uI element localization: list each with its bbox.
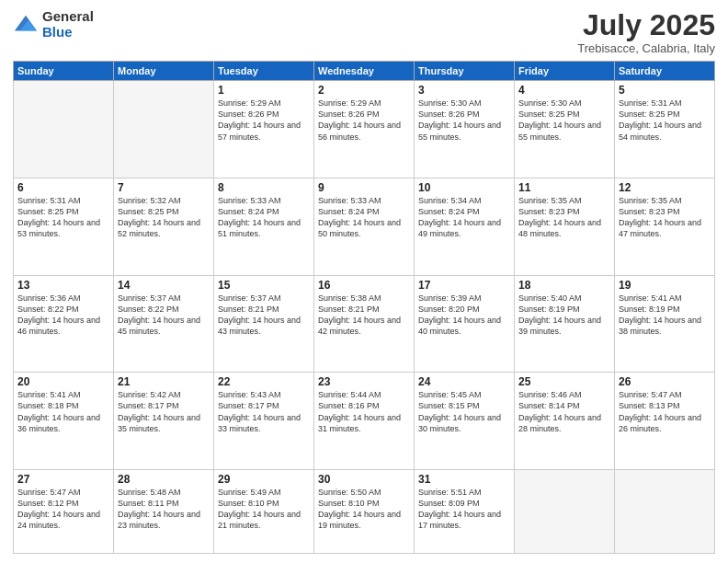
day-info: Sunrise: 5:45 AMSunset: 8:15 PMDaylight:… bbox=[418, 390, 501, 432]
day-header-sunday: Sunday bbox=[14, 62, 114, 81]
day-info: Sunrise: 5:41 AMSunset: 8:18 PMDaylight:… bbox=[17, 390, 100, 432]
calendar-week-5: 27 Sunrise: 5:47 AMSunset: 8:12 PMDaylig… bbox=[14, 470, 715, 554]
day-number: 9 bbox=[318, 181, 410, 194]
day-info: Sunrise: 5:32 AMSunset: 8:25 PMDaylight:… bbox=[118, 196, 200, 238]
day-number: 4 bbox=[518, 84, 610, 97]
calendar-cell: 5 Sunrise: 5:31 AMSunset: 8:25 PMDayligh… bbox=[615, 81, 715, 178]
calendar-cell: 20 Sunrise: 5:41 AMSunset: 8:18 PMDaylig… bbox=[14, 373, 114, 470]
day-info: Sunrise: 5:49 AMSunset: 8:10 PMDaylight:… bbox=[218, 488, 301, 530]
day-info: Sunrise: 5:37 AMSunset: 8:22 PMDaylight:… bbox=[118, 293, 200, 336]
logo-general: General bbox=[42, 9, 94, 25]
calendar-cell: 18 Sunrise: 5:40 AMSunset: 8:19 PMDaylig… bbox=[515, 275, 615, 373]
calendar-cell: 16 Sunrise: 5:38 AMSunset: 8:21 PMDaylig… bbox=[314, 275, 415, 373]
day-number: 15 bbox=[218, 279, 310, 292]
day-number: 27 bbox=[17, 473, 109, 486]
day-info: Sunrise: 5:35 AMSunset: 8:23 PMDaylight:… bbox=[518, 196, 601, 238]
month-title: July 2025 bbox=[577, 9, 715, 41]
logo: General Blue bbox=[13, 9, 94, 40]
day-number: 26 bbox=[619, 375, 711, 388]
day-number: 17 bbox=[418, 279, 510, 292]
day-info: Sunrise: 5:30 AMSunset: 8:25 PMDaylight:… bbox=[518, 98, 601, 141]
day-info: Sunrise: 5:50 AMSunset: 8:10 PMDaylight:… bbox=[318, 488, 401, 530]
day-info: Sunrise: 5:34 AMSunset: 8:24 PMDaylight:… bbox=[418, 196, 501, 238]
calendar-cell: 30 Sunrise: 5:50 AMSunset: 8:10 PMDaylig… bbox=[314, 470, 415, 554]
day-info: Sunrise: 5:48 AMSunset: 8:11 PMDaylight:… bbox=[118, 488, 200, 530]
day-number: 23 bbox=[318, 375, 410, 388]
day-header-saturday: Saturday bbox=[615, 62, 715, 81]
day-number: 3 bbox=[418, 84, 510, 97]
day-info: Sunrise: 5:29 AMSunset: 8:26 PMDaylight:… bbox=[218, 98, 301, 141]
day-info: Sunrise: 5:37 AMSunset: 8:21 PMDaylight:… bbox=[218, 293, 301, 336]
day-number: 10 bbox=[418, 181, 510, 194]
day-number: 5 bbox=[619, 84, 711, 97]
calendar-cell bbox=[615, 470, 715, 554]
day-number: 13 bbox=[17, 279, 109, 292]
calendar-cell bbox=[515, 470, 615, 554]
day-info: Sunrise: 5:43 AMSunset: 8:17 PMDaylight:… bbox=[218, 390, 301, 432]
calendar-cell: 12 Sunrise: 5:35 AMSunset: 8:23 PMDaylig… bbox=[615, 178, 715, 275]
calendar-cell: 17 Sunrise: 5:39 AMSunset: 8:20 PMDaylig… bbox=[415, 275, 515, 373]
calendar-cell: 14 Sunrise: 5:37 AMSunset: 8:22 PMDaylig… bbox=[114, 275, 214, 373]
day-number: 6 bbox=[17, 181, 109, 194]
title-block: July 2025 Trebisacce, Calabria, Italy bbox=[577, 9, 715, 55]
day-number: 20 bbox=[17, 375, 109, 388]
day-header-friday: Friday bbox=[515, 62, 615, 81]
day-info: Sunrise: 5:51 AMSunset: 8:09 PMDaylight:… bbox=[418, 488, 501, 530]
day-info: Sunrise: 5:33 AMSunset: 8:24 PMDaylight:… bbox=[218, 196, 301, 238]
calendar-cell: 6 Sunrise: 5:31 AMSunset: 8:25 PMDayligh… bbox=[14, 178, 114, 275]
day-info: Sunrise: 5:36 AMSunset: 8:22 PMDaylight:… bbox=[17, 293, 100, 336]
calendar-cell: 23 Sunrise: 5:44 AMSunset: 8:16 PMDaylig… bbox=[314, 373, 415, 470]
day-number: 19 bbox=[619, 279, 711, 292]
day-number: 28 bbox=[118, 473, 210, 486]
calendar-cell: 11 Sunrise: 5:35 AMSunset: 8:23 PMDaylig… bbox=[515, 178, 615, 275]
calendar-cell: 24 Sunrise: 5:45 AMSunset: 8:15 PMDaylig… bbox=[415, 373, 515, 470]
day-number: 22 bbox=[218, 375, 310, 388]
calendar-cell: 4 Sunrise: 5:30 AMSunset: 8:25 PMDayligh… bbox=[515, 81, 615, 178]
day-number: 31 bbox=[418, 473, 510, 486]
calendar-cell: 19 Sunrise: 5:41 AMSunset: 8:19 PMDaylig… bbox=[615, 275, 715, 373]
calendar-week-4: 20 Sunrise: 5:41 AMSunset: 8:18 PMDaylig… bbox=[14, 373, 715, 470]
day-info: Sunrise: 5:38 AMSunset: 8:21 PMDaylight:… bbox=[318, 293, 401, 336]
calendar-cell: 2 Sunrise: 5:29 AMSunset: 8:26 PMDayligh… bbox=[314, 81, 415, 178]
day-header-tuesday: Tuesday bbox=[214, 62, 314, 81]
calendar-header-row: SundayMondayTuesdayWednesdayThursdayFrid… bbox=[14, 62, 715, 81]
calendar-cell bbox=[14, 81, 114, 178]
day-info: Sunrise: 5:47 AMSunset: 8:13 PMDaylight:… bbox=[619, 390, 701, 432]
day-info: Sunrise: 5:47 AMSunset: 8:12 PMDaylight:… bbox=[17, 488, 100, 530]
day-info: Sunrise: 5:41 AMSunset: 8:19 PMDaylight:… bbox=[619, 293, 701, 336]
day-number: 16 bbox=[318, 279, 410, 292]
calendar-cell: 15 Sunrise: 5:37 AMSunset: 8:21 PMDaylig… bbox=[214, 275, 314, 373]
day-info: Sunrise: 5:29 AMSunset: 8:26 PMDaylight:… bbox=[318, 98, 401, 141]
location: Trebisacce, Calabria, Italy bbox=[577, 41, 715, 55]
calendar-cell: 26 Sunrise: 5:47 AMSunset: 8:13 PMDaylig… bbox=[615, 373, 715, 470]
calendar-cell: 7 Sunrise: 5:32 AMSunset: 8:25 PMDayligh… bbox=[114, 178, 214, 275]
calendar-cell: 10 Sunrise: 5:34 AMSunset: 8:24 PMDaylig… bbox=[415, 178, 515, 275]
calendar-cell: 8 Sunrise: 5:33 AMSunset: 8:24 PMDayligh… bbox=[214, 178, 314, 275]
day-number: 7 bbox=[118, 181, 210, 194]
calendar-cell: 1 Sunrise: 5:29 AMSunset: 8:26 PMDayligh… bbox=[214, 81, 314, 178]
day-number: 11 bbox=[518, 181, 610, 194]
day-number: 21 bbox=[118, 375, 210, 388]
day-info: Sunrise: 5:44 AMSunset: 8:16 PMDaylight:… bbox=[318, 390, 401, 432]
calendar-cell: 22 Sunrise: 5:43 AMSunset: 8:17 PMDaylig… bbox=[214, 373, 314, 470]
day-info: Sunrise: 5:31 AMSunset: 8:25 PMDaylight:… bbox=[619, 98, 701, 141]
calendar-week-1: 1 Sunrise: 5:29 AMSunset: 8:26 PMDayligh… bbox=[14, 81, 715, 178]
calendar-cell: 29 Sunrise: 5:49 AMSunset: 8:10 PMDaylig… bbox=[214, 470, 314, 554]
day-number: 29 bbox=[218, 473, 310, 486]
calendar-cell: 9 Sunrise: 5:33 AMSunset: 8:24 PMDayligh… bbox=[314, 178, 415, 275]
calendar-cell: 31 Sunrise: 5:51 AMSunset: 8:09 PMDaylig… bbox=[415, 470, 515, 554]
day-number: 18 bbox=[518, 279, 610, 292]
calendar-cell: 28 Sunrise: 5:48 AMSunset: 8:11 PMDaylig… bbox=[114, 470, 214, 554]
calendar-cell: 13 Sunrise: 5:36 AMSunset: 8:22 PMDaylig… bbox=[14, 275, 114, 373]
day-number: 12 bbox=[619, 181, 711, 194]
calendar-cell bbox=[114, 81, 214, 178]
calendar: SundayMondayTuesdayWednesdayThursdayFrid… bbox=[13, 61, 715, 554]
calendar-cell: 25 Sunrise: 5:46 AMSunset: 8:14 PMDaylig… bbox=[515, 373, 615, 470]
day-number: 14 bbox=[118, 279, 210, 292]
logo-text: General Blue bbox=[42, 9, 94, 40]
day-info: Sunrise: 5:42 AMSunset: 8:17 PMDaylight:… bbox=[118, 390, 200, 432]
day-info: Sunrise: 5:46 AMSunset: 8:14 PMDaylight:… bbox=[518, 390, 601, 432]
calendar-week-2: 6 Sunrise: 5:31 AMSunset: 8:25 PMDayligh… bbox=[14, 178, 715, 275]
day-number: 30 bbox=[318, 473, 410, 486]
page: General Blue July 2025 Trebisacce, Calab… bbox=[0, 0, 728, 563]
